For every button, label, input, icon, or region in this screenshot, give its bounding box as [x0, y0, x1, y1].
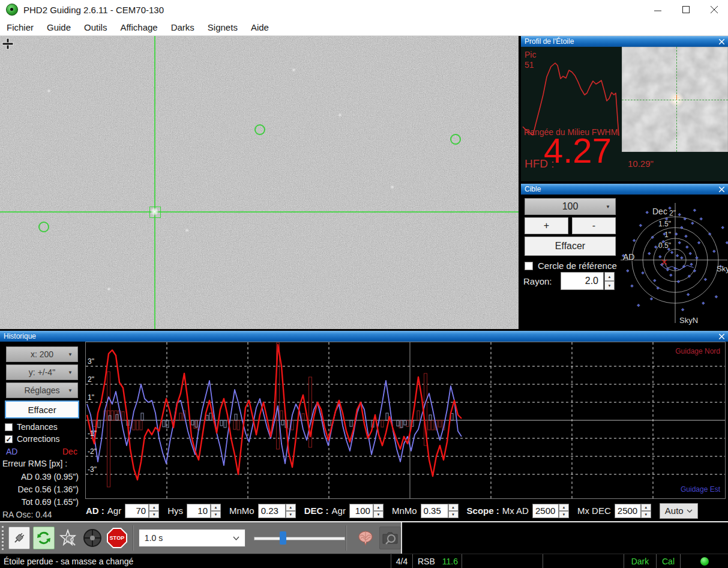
rms-dec: Dec 0.56 (1.36") [0, 485, 79, 494]
target-close-button[interactable] [719, 187, 724, 192]
menu-aide[interactable]: Aide [244, 22, 275, 32]
history-settings-label: Réglages [24, 385, 59, 395]
selected-star-ring [38, 222, 49, 232]
dec-minmove-spinner[interactable]: ▲▼ [448, 504, 459, 518]
max-ra-input[interactable] [532, 504, 559, 518]
param-ra-minmove: MnMo ▲▼ [229, 504, 296, 518]
spin-down-icon[interactable]: ▼ [604, 281, 615, 290]
history-clear-button[interactable]: Effacer [5, 400, 79, 418]
menu-fichier[interactable]: Fichier [0, 22, 40, 32]
chevron-down-icon [233, 536, 239, 540]
spin-up-icon[interactable]: ▲ [286, 504, 296, 511]
peak-label: Pic [525, 50, 536, 59]
start-guiding-button[interactable] [82, 527, 103, 549]
stop-button[interactable]: STOP [106, 527, 128, 549]
loop-exposures-button[interactable] [33, 527, 55, 549]
reference-circle-checkbox[interactable] [525, 262, 533, 270]
history-settings-select[interactable]: Réglages ▼ [6, 382, 78, 398]
radius-spinner[interactable]: ▲▼ [604, 272, 615, 290]
history-xscale-select[interactable]: x: 200 ▼ [6, 346, 78, 362]
loop-arrows-icon [36, 530, 52, 546]
spin-down-icon[interactable]: ▼ [149, 511, 159, 518]
advanced-settings-button[interactable] [355, 527, 376, 549]
spin-down-icon[interactable]: ▼ [286, 511, 296, 518]
history-close-button[interactable] [719, 334, 724, 339]
rms-title: Erreur RMS [px] : [2, 459, 67, 468]
spin-up-icon[interactable]: ▲ [641, 504, 651, 511]
guide-camera-image[interactable] [0, 36, 519, 329]
stretch-slider[interactable] [254, 528, 341, 548]
spin-down-icon[interactable]: ▼ [373, 511, 384, 518]
star-magnifier-icon [59, 529, 77, 547]
spin-up-icon[interactable]: ▲ [559, 504, 569, 511]
profile-close-button[interactable] [719, 39, 724, 44]
maximize-icon [682, 6, 690, 13]
menu-guide[interactable]: Guide [40, 22, 77, 32]
ra-minmove-spinner[interactable]: ▲▼ [286, 504, 296, 518]
ra-minmove-input[interactable] [258, 504, 286, 518]
menu-darks[interactable]: Darks [164, 22, 201, 32]
lock-crosshair-horizontal [0, 211, 519, 213]
brain-icon [356, 529, 375, 547]
exposure-value: 1.0 s [145, 533, 163, 543]
target-zoom-select[interactable]: 100 ▼ [525, 198, 616, 215]
param-prefix: AD : [86, 506, 104, 516]
spin-up-icon[interactable]: ▲ [373, 504, 384, 511]
spin-down-icon[interactable]: ▼ [641, 511, 651, 518]
close-button[interactable] [700, 0, 728, 19]
dec-guide-mode-select[interactable]: Auto [660, 503, 698, 519]
param-dec-minmove: MnMo ▲▼ [392, 504, 459, 518]
spin-up-icon[interactable]: ▲ [211, 504, 221, 511]
spin-down-icon[interactable]: ▼ [559, 511, 569, 518]
hysteresis-spinner[interactable]: ▲▼ [211, 504, 221, 518]
maximize-button[interactable] [672, 0, 700, 19]
zoom-in-button[interactable]: + [525, 217, 568, 234]
spin-down-icon[interactable]: ▼ [448, 511, 459, 518]
history-graph-plot [86, 342, 725, 498]
faint-star [292, 68, 296, 72]
toolbar-separator [133, 525, 134, 551]
dec-aggression-input[interactable] [349, 504, 373, 518]
max-dec-spinner[interactable]: ▲▼ [641, 504, 651, 518]
rms-tot: Tot 0.69 (1.65") [0, 497, 79, 507]
param-label: Agr [332, 506, 346, 516]
zoom-out-button[interactable]: - [572, 217, 616, 234]
spin-up-icon[interactable]: ▲ [448, 504, 459, 511]
connect-equipment-button[interactable] [8, 527, 30, 549]
chevron-down-icon: ▼ [606, 204, 610, 210]
connected-status-dot [700, 557, 709, 566]
spin-up-icon[interactable]: ▲ [149, 504, 159, 511]
history-yscale-select[interactable]: y: +/-4" ▼ [6, 364, 78, 380]
param-prefix: DEC : [304, 506, 329, 516]
dec-aggression-spinner[interactable]: ▲▼ [373, 504, 384, 518]
spin-up-icon[interactable]: ▲ [604, 272, 615, 281]
max-dec-input[interactable] [615, 504, 641, 518]
hysteresis-input[interactable] [187, 504, 211, 518]
max-ra-spinner[interactable]: ▲▼ [559, 504, 569, 518]
auto-select-star-button[interactable] [58, 527, 79, 549]
toolbar-drag-handle[interactable] [2, 526, 5, 550]
dec-minmove-input[interactable] [421, 504, 448, 518]
exposure-select[interactable]: 1.0 s [139, 529, 246, 547]
corrections-checkbox[interactable] [5, 435, 13, 443]
param-dec-aggression: DEC : Agr ▲▼ [304, 504, 384, 518]
trend-checkbox[interactable] [5, 423, 13, 431]
faint-star [185, 228, 189, 232]
menu-affichage[interactable]: Affichage [113, 22, 164, 32]
slider-track[interactable] [254, 537, 345, 540]
main-toolbar: STOP 1.0 s [0, 522, 402, 554]
ra-aggression-input[interactable] [125, 504, 149, 518]
trend-label: Tendances [17, 422, 58, 432]
menu-signets[interactable]: Signets [201, 22, 244, 32]
status-cal-indicator: Cal [656, 554, 680, 568]
toolbar-separator [346, 525, 347, 551]
peak-value: 51 [525, 60, 534, 70]
camera-settings-button[interactable] [379, 527, 401, 549]
minimize-button[interactable] [643, 0, 672, 19]
target-clear-button[interactable]: Effacer [525, 237, 616, 256]
slider-thumb[interactable] [280, 531, 286, 545]
ra-aggression-spinner[interactable]: ▲▼ [149, 504, 159, 518]
spin-down-icon[interactable]: ▼ [211, 511, 221, 518]
menu-outils[interactable]: Outils [77, 22, 113, 32]
radius-input[interactable]: 2.0 [561, 272, 604, 290]
